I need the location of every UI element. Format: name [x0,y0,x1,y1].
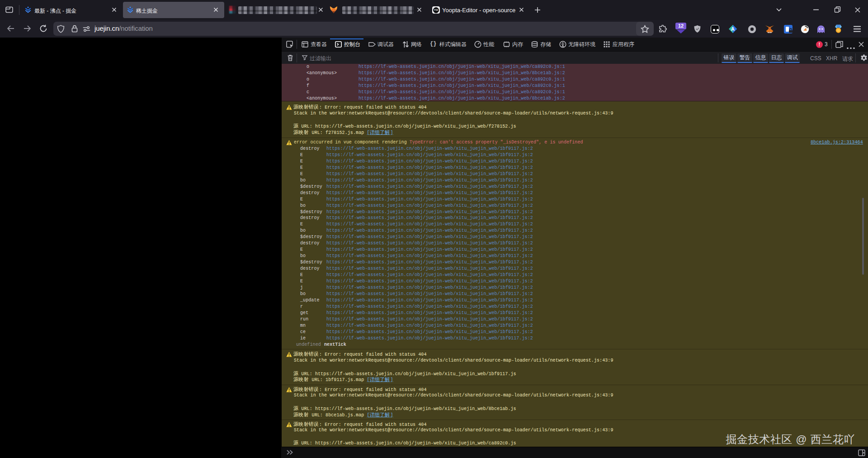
svg-text:A: A [731,26,735,32]
